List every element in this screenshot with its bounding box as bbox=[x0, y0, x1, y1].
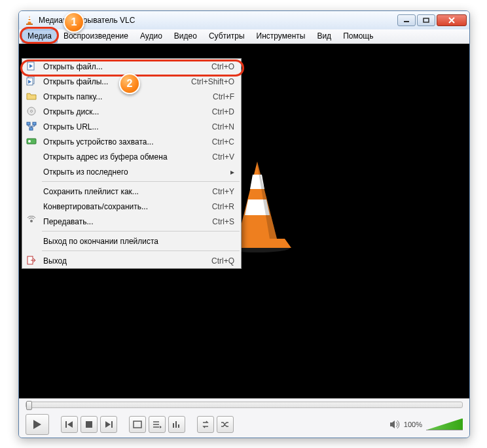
volume-percent: 100% bbox=[404, 421, 422, 428]
fullscreen-button[interactable] bbox=[129, 416, 146, 433]
menu-shortcut: Ctrl+C bbox=[212, 137, 234, 146]
svg-marker-0 bbox=[27, 16, 31, 24]
svg-point-23 bbox=[28, 140, 31, 143]
svg-rect-35 bbox=[175, 421, 177, 428]
shuffle-button[interactable] bbox=[217, 416, 234, 433]
annotation-marker-1: 1 bbox=[63, 12, 84, 33]
menu-label: Открыть устройство захвата... bbox=[43, 137, 153, 146]
menubar: Медиа Воспроизведение Аудио Видео Субтит… bbox=[19, 29, 469, 44]
menu-audio[interactable]: Аудио bbox=[134, 29, 168, 43]
menu-help[interactable]: Помощь bbox=[337, 29, 379, 43]
svg-rect-20 bbox=[33, 122, 36, 125]
menu-label: Открыть адрес из буфера обмена bbox=[43, 152, 168, 162]
svg-rect-5 bbox=[424, 18, 429, 22]
menu-shortcut: Ctrl+V bbox=[212, 152, 234, 162]
menu-view[interactable]: Вид bbox=[311, 29, 337, 43]
loop-button[interactable] bbox=[197, 416, 214, 433]
svg-rect-34 bbox=[173, 423, 174, 428]
menu-label: Открыть диск... bbox=[43, 107, 99, 116]
menu-stream[interactable]: Передавать... Ctrl+S bbox=[22, 214, 241, 229]
menu-separator bbox=[42, 231, 240, 232]
menu-quit-after[interactable]: Выход по окончании плейлиста bbox=[22, 233, 241, 249]
video-area: Открыть файл... Ctrl+O Открыть файлы... … bbox=[19, 44, 469, 398]
menu-subtitles[interactable]: Субтитры bbox=[203, 29, 251, 43]
network-icon bbox=[26, 121, 37, 131]
menu-open-recent[interactable]: Открыть из последнего bbox=[22, 164, 241, 179]
menu-label: Открыть из последнего bbox=[43, 167, 128, 177]
menu-open-file[interactable]: Открыть файл... Ctrl+O bbox=[22, 59, 241, 74]
menu-shortcut: Ctrl+Q bbox=[211, 256, 234, 266]
folder-icon bbox=[26, 91, 37, 101]
volume-control[interactable]: 100% bbox=[389, 419, 463, 430]
exit-icon bbox=[26, 255, 37, 266]
menu-open-disc[interactable]: Открыть диск... Ctrl+D bbox=[22, 104, 241, 119]
svg-rect-3 bbox=[26, 24, 33, 25]
menu-save-playlist[interactable]: Сохранить плейлист как... Ctrl+Y bbox=[22, 184, 241, 199]
svg-rect-21 bbox=[29, 128, 33, 130]
menu-shortcut: Ctrl+O bbox=[211, 62, 234, 71]
menu-exit[interactable]: Выход Ctrl+Q bbox=[22, 253, 241, 268]
seek-thumb[interactable] bbox=[26, 401, 32, 410]
equalizer-button[interactable] bbox=[168, 416, 185, 433]
menu-label: Передавать... bbox=[43, 217, 93, 226]
menu-label: Конвертировать/сохранить... bbox=[43, 202, 148, 211]
menu-shortcut: Ctrl+Shift+O bbox=[191, 77, 234, 86]
speaker-icon bbox=[389, 420, 400, 429]
seek-track[interactable] bbox=[19, 399, 469, 411]
capture-icon bbox=[26, 136, 37, 146]
svg-rect-4 bbox=[404, 21, 409, 22]
menu-label: Открыть папку... bbox=[43, 92, 102, 101]
maximize-button[interactable] bbox=[417, 14, 435, 26]
menu-media[interactable]: Медиа bbox=[22, 29, 58, 43]
file-play-icon bbox=[26, 61, 37, 71]
svg-point-24 bbox=[30, 220, 33, 222]
playlist-button[interactable] bbox=[149, 416, 166, 433]
menu-shortcut: Ctrl+Y bbox=[212, 187, 234, 196]
menu-label: Открыть файл... bbox=[43, 62, 103, 71]
svg-marker-37 bbox=[390, 421, 395, 428]
menu-open-clipboard[interactable]: Открыть адрес из буфера обмена Ctrl+V bbox=[22, 149, 241, 164]
menu-open-capture[interactable]: Открыть устройство захвата... Ctrl+C bbox=[22, 134, 241, 149]
svg-marker-26 bbox=[33, 420, 41, 429]
menu-separator bbox=[42, 250, 240, 251]
volume-slider[interactable] bbox=[426, 419, 463, 430]
vlc-cone-icon bbox=[24, 15, 35, 26]
svg-rect-36 bbox=[178, 424, 179, 428]
prev-button[interactable] bbox=[61, 416, 78, 433]
menu-label: Выход bbox=[43, 256, 67, 266]
menu-shortcut: Ctrl+F bbox=[213, 92, 234, 101]
play-button[interactable] bbox=[26, 414, 49, 435]
menu-shortcut: Ctrl+N bbox=[212, 122, 234, 131]
files-play-icon bbox=[26, 76, 37, 86]
menu-label: Открыть файлы... bbox=[43, 77, 108, 86]
svg-rect-19 bbox=[27, 122, 30, 125]
svg-marker-33 bbox=[160, 426, 162, 428]
svg-point-18 bbox=[31, 111, 33, 112]
menu-convert[interactable]: Конвертировать/сохранить... Ctrl+R bbox=[22, 199, 241, 214]
svg-rect-1 bbox=[28, 18, 31, 19]
svg-rect-27 bbox=[65, 421, 67, 428]
annotation-marker-2: 2 bbox=[119, 73, 140, 94]
menu-video[interactable]: Видео bbox=[168, 29, 203, 43]
controls-bar: 100% bbox=[19, 398, 469, 438]
menu-separator bbox=[42, 181, 240, 182]
menu-tools[interactable]: Инструменты bbox=[251, 29, 312, 43]
svg-rect-32 bbox=[134, 421, 141, 428]
close-button[interactable] bbox=[437, 14, 467, 26]
minimize-button[interactable] bbox=[397, 14, 416, 26]
menu-label: Открыть URL... bbox=[43, 122, 98, 131]
stop-button[interactable] bbox=[81, 416, 98, 433]
menu-label: Сохранить плейлист как... bbox=[43, 187, 139, 196]
svg-rect-2 bbox=[28, 20, 31, 22]
svg-rect-31 bbox=[111, 421, 113, 428]
next-button[interactable] bbox=[100, 416, 117, 433]
menu-shortcut: Ctrl+R bbox=[212, 202, 234, 211]
window-title: Медиапроигрыватель VLC bbox=[39, 16, 396, 25]
menu-open-url[interactable]: Открыть URL... Ctrl+N bbox=[22, 119, 241, 134]
titlebar: Медиапроигрыватель VLC bbox=[19, 11, 469, 29]
menu-label: Выход по окончании плейлиста bbox=[43, 237, 158, 246]
app-window: Медиапроигрыватель VLC Медиа Воспроизвед… bbox=[18, 10, 470, 438]
svg-rect-29 bbox=[86, 421, 92, 428]
menu-shortcut: Ctrl+S bbox=[212, 217, 234, 226]
svg-marker-28 bbox=[67, 421, 73, 428]
